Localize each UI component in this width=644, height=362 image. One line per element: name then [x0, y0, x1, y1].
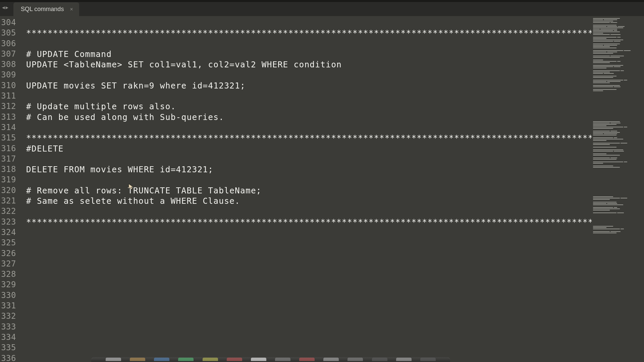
line-number: 319 [0, 175, 16, 185]
minimap-line [593, 33, 643, 34]
line-number: 332 [0, 311, 16, 321]
line-number: 327 [0, 259, 16, 269]
close-icon[interactable]: × [70, 6, 73, 12]
minimap-line [593, 195, 643, 196]
minimap-line [593, 190, 643, 191]
dock-app-icon[interactable] [372, 358, 387, 361]
line-number: 334 [0, 332, 16, 343]
minimap-line [593, 207, 643, 208]
dock-app-icon[interactable] [299, 358, 315, 361]
minimap-line [593, 100, 643, 101]
minimap-line [593, 18, 643, 19]
editor-area: 3043053063073083093103113123133143153163… [0, 16, 644, 362]
minimap-line [593, 123, 643, 124]
minimap-line [593, 103, 643, 104]
code-content[interactable]: ****************************************… [19, 16, 592, 362]
minimap-line [593, 90, 643, 92]
minimap-line [593, 95, 643, 96]
minimap-line [593, 125, 643, 126]
minimap-line [593, 73, 643, 74]
minimap-line [593, 30, 643, 31]
line-number: 312 [0, 101, 16, 112]
minimap-line [593, 38, 643, 39]
minimap-line [593, 65, 643, 66]
dock-app-icon[interactable] [130, 358, 145, 361]
line-number-gutter: 3043053063073083093103113123133143153163… [0, 16, 19, 362]
minimap-line [593, 187, 643, 188]
minimap-line [593, 81, 643, 82]
minimap-line [593, 221, 643, 222]
minimap-line [593, 164, 643, 165]
minimap-line [593, 167, 643, 168]
dock-app-icon[interactable] [227, 358, 242, 361]
minimap-line [593, 198, 643, 199]
minimap-line [593, 231, 643, 232]
line-number: 329 [0, 280, 16, 290]
minimap-line [593, 168, 643, 169]
dock-app-icon[interactable] [203, 358, 218, 361]
minimap-line [593, 112, 643, 113]
line-number: 330 [0, 290, 16, 301]
minimap-line [593, 154, 643, 155]
line-number: 333 [0, 322, 16, 332]
minimap-line [593, 84, 643, 85]
line-number: 314 [0, 122, 16, 133]
nav-back-icon[interactable]: ◀ [2, 5, 5, 10]
minimap-line [593, 53, 643, 54]
line-number: 309 [0, 70, 16, 80]
minimap-line [593, 27, 643, 28]
minimap-line [593, 211, 643, 212]
minimap-line [593, 109, 643, 110]
minimap-line [593, 175, 643, 176]
dock[interactable] [91, 357, 450, 362]
line-number: 322 [0, 206, 16, 217]
dock-app-icon[interactable] [106, 358, 121, 361]
minimap-line [593, 22, 643, 23]
minimap-line [593, 42, 643, 43]
line-number: 313 [0, 112, 16, 122]
minimap-line [593, 170, 643, 171]
minimap-line [593, 88, 643, 89]
minimap-line [593, 70, 643, 71]
line-number: 306 [0, 39, 16, 49]
dock-app-icon[interactable] [275, 358, 290, 361]
minimap-line [593, 44, 643, 45]
minimap-line [593, 108, 643, 109]
minimap-line [593, 36, 643, 37]
minimap-line [593, 225, 643, 226]
minimap-line [593, 117, 643, 118]
minimap-line [593, 194, 643, 195]
nav-forward-icon[interactable]: ▶ [5, 5, 8, 10]
minimap-line [593, 230, 643, 231]
dock-app-icon[interactable] [323, 358, 339, 361]
minimap-line [593, 204, 643, 205]
line-number: 317 [0, 154, 16, 164]
dock-app-icon[interactable] [396, 358, 412, 361]
minimap-line [593, 19, 643, 20]
line-number: 328 [0, 269, 16, 280]
minimap-line [593, 104, 643, 105]
minimap-line [593, 203, 643, 204]
minimap-line [593, 119, 643, 120]
minimap-line [593, 163, 643, 164]
minimap-line [593, 29, 643, 30]
minimap-line [593, 180, 643, 181]
minimap-line [593, 78, 643, 79]
tab-sql-commands[interactable]: SQL commands × [13, 2, 79, 16]
minimap-line [593, 89, 643, 90]
line-number: 320 [0, 185, 16, 196]
dock-app-icon[interactable] [251, 358, 266, 361]
minimap-line [593, 171, 643, 172]
minimap-line [593, 213, 643, 214]
minimap-line [593, 128, 643, 129]
dock-app-icon[interactable] [178, 358, 194, 361]
line-number: 336 [0, 353, 16, 362]
minimap-line [593, 184, 643, 185]
minimap[interactable] [592, 16, 644, 362]
minimap-line [593, 72, 643, 73]
line-number: 315 [0, 133, 16, 143]
dock-app-icon[interactable] [420, 358, 436, 361]
dock-app-icon[interactable] [154, 358, 169, 361]
minimap-line [593, 57, 643, 58]
dock-app-icon[interactable] [347, 358, 363, 361]
